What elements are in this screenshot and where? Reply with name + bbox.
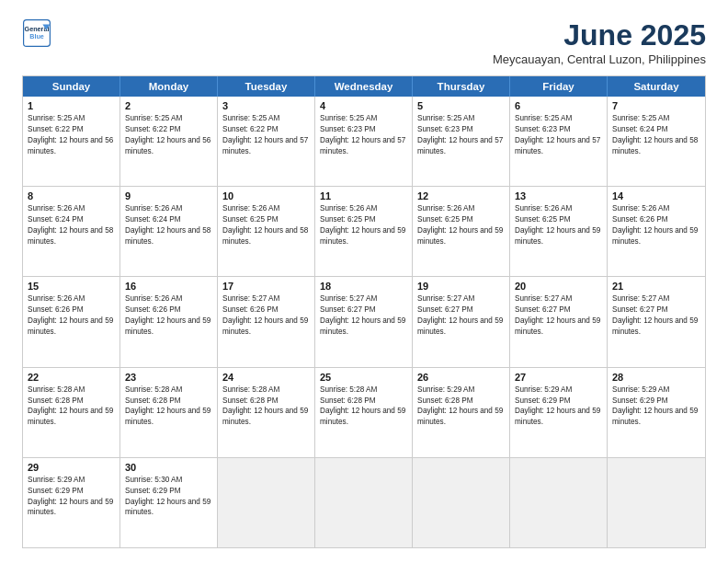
sunset-line: Sunset: 6:23 PM <box>515 124 602 135</box>
header-thursday: Thursday <box>413 76 510 97</box>
sunset-line: Sunset: 6:22 PM <box>125 124 212 135</box>
sunrise-line: Sunrise: 5:30 AM <box>125 475 212 486</box>
day-number: 25 <box>320 372 407 383</box>
daylight-label: Daylight: 12 hours and 59 minutes. <box>28 497 115 519</box>
daylight-label: Daylight: 12 hours and 59 minutes. <box>28 406 115 428</box>
header-monday: Monday <box>120 76 218 97</box>
daylight-label: Daylight: 12 hours and 59 minutes. <box>417 225 505 247</box>
day-number: 3 <box>222 100 310 111</box>
calendar-cell-1-5: 5 Sunrise: 5:25 AM Sunset: 6:23 PM Dayli… <box>413 97 510 186</box>
daylight-label: Daylight: 12 hours and 59 minutes. <box>222 316 310 338</box>
header-friday: Friday <box>510 76 608 97</box>
sunset-line: Sunset: 6:26 PM <box>28 304 115 316</box>
sunset-line: Sunset: 6:25 PM <box>417 214 505 225</box>
daylight-label: Daylight: 12 hours and 58 minutes. <box>28 225 115 247</box>
sunset-line: Sunset: 6:28 PM <box>417 396 505 407</box>
sunrise-line: Sunrise: 5:26 AM <box>28 203 115 214</box>
day-number: 21 <box>612 281 700 292</box>
calendar-cell-2-4: 11 Sunrise: 5:26 AM Sunset: 6:25 PM Dayl… <box>315 187 413 276</box>
sunrise-line: Sunrise: 5:29 AM <box>612 385 700 396</box>
daylight-label: Daylight: 12 hours and 56 minutes. <box>125 135 212 157</box>
calendar-cell-2-5: 12 Sunrise: 5:26 AM Sunset: 6:25 PM Dayl… <box>413 187 510 276</box>
day-number: 11 <box>320 190 407 201</box>
daylight-label: Daylight: 12 hours and 59 minutes. <box>417 316 505 338</box>
sunset-line: Sunset: 6:28 PM <box>125 396 212 407</box>
day-number: 20 <box>515 281 602 292</box>
header-wednesday: Wednesday <box>315 76 413 97</box>
daylight-label: Daylight: 12 hours and 56 minutes. <box>28 135 115 157</box>
day-number: 5 <box>417 100 505 111</box>
calendar-cell-2-7: 14 Sunrise: 5:26 AM Sunset: 6:26 PM Dayl… <box>608 187 705 276</box>
daylight-label: Daylight: 12 hours and 59 minutes. <box>612 225 700 247</box>
calendar-cell-4-5: 26 Sunrise: 5:29 AM Sunset: 6:28 PM Dayl… <box>413 368 510 457</box>
sunset-line: Sunset: 6:23 PM <box>417 124 505 135</box>
daylight-label: Daylight: 12 hours and 58 minutes. <box>612 135 700 157</box>
calendar-row-2: 8 Sunrise: 5:26 AM Sunset: 6:24 PM Dayli… <box>23 186 705 276</box>
daylight-label: Daylight: 12 hours and 59 minutes. <box>125 316 212 338</box>
day-number: 1 <box>28 100 115 111</box>
sunrise-line: Sunrise: 5:27 AM <box>320 293 407 304</box>
day-number: 16 <box>125 281 212 292</box>
sunrise-line: Sunrise: 5:26 AM <box>222 203 310 214</box>
sunset-line: Sunset: 6:22 PM <box>222 124 310 135</box>
sunrise-line: Sunrise: 5:26 AM <box>417 203 505 214</box>
sunrise-line: Sunrise: 5:25 AM <box>28 113 115 124</box>
sunset-line: Sunset: 6:24 PM <box>612 124 700 135</box>
calendar-row-3: 15 Sunrise: 5:26 AM Sunset: 6:26 PM Dayl… <box>23 276 705 366</box>
sunrise-line: Sunrise: 5:29 AM <box>417 385 505 396</box>
day-number: 13 <box>515 190 602 201</box>
calendar-cell-4-4: 25 Sunrise: 5:28 AM Sunset: 6:28 PM Dayl… <box>315 368 413 457</box>
calendar-cell-3-2: 16 Sunrise: 5:26 AM Sunset: 6:26 PM Dayl… <box>120 277 218 366</box>
calendar-cell-1-7: 7 Sunrise: 5:25 AM Sunset: 6:24 PM Dayli… <box>608 97 705 186</box>
calendar-row-1: 1 Sunrise: 5:25 AM Sunset: 6:22 PM Dayli… <box>23 97 705 186</box>
logo: General Blue <box>22 18 51 48</box>
calendar-cell-2-6: 13 Sunrise: 5:26 AM Sunset: 6:25 PM Dayl… <box>510 187 608 276</box>
sunset-line: Sunset: 6:27 PM <box>417 304 505 316</box>
day-number: 8 <box>28 190 115 201</box>
day-number: 14 <box>612 190 700 201</box>
sunrise-line: Sunrise: 5:27 AM <box>612 293 700 304</box>
sunrise-line: Sunrise: 5:27 AM <box>515 293 602 304</box>
daylight-label: Daylight: 12 hours and 59 minutes. <box>417 406 505 428</box>
daylight-label: Daylight: 12 hours and 59 minutes. <box>28 316 115 338</box>
daylight-label: Daylight: 12 hours and 59 minutes. <box>612 316 700 338</box>
sunrise-line: Sunrise: 5:25 AM <box>222 113 310 124</box>
calendar-row-5: 29 Sunrise: 5:29 AM Sunset: 6:29 PM Dayl… <box>23 457 705 547</box>
day-number: 6 <box>515 100 602 111</box>
calendar-cell-1-6: 6 Sunrise: 5:25 AM Sunset: 6:23 PM Dayli… <box>510 97 608 186</box>
daylight-label: Daylight: 12 hours and 59 minutes. <box>320 225 407 247</box>
calendar-cell-5-3 <box>218 458 315 547</box>
sunrise-line: Sunrise: 5:26 AM <box>125 203 212 214</box>
day-number: 19 <box>417 281 505 292</box>
sunrise-line: Sunrise: 5:25 AM <box>417 113 505 124</box>
calendar-body: 1 Sunrise: 5:25 AM Sunset: 6:22 PM Dayli… <box>23 97 705 547</box>
sunrise-line: Sunrise: 5:28 AM <box>222 385 310 396</box>
day-number: 29 <box>28 462 115 473</box>
svg-text:Blue: Blue <box>29 32 44 40</box>
calendar-cell-1-3: 3 Sunrise: 5:25 AM Sunset: 6:22 PM Dayli… <box>218 97 315 186</box>
day-number: 12 <box>417 190 505 201</box>
sunrise-line: Sunrise: 5:25 AM <box>612 113 700 124</box>
calendar-cell-5-7 <box>608 458 705 547</box>
location: Meycauayan, Central Luzon, Philippines <box>493 52 706 66</box>
calendar-cell-4-6: 27 Sunrise: 5:29 AM Sunset: 6:29 PM Dayl… <box>510 368 608 457</box>
calendar-cell-5-6 <box>510 458 608 547</box>
sunset-line: Sunset: 6:29 PM <box>515 396 602 407</box>
sunset-line: Sunset: 6:26 PM <box>612 214 700 225</box>
day-number: 10 <box>222 190 310 201</box>
header-sunday: Sunday <box>23 76 120 97</box>
sunrise-line: Sunrise: 5:27 AM <box>417 293 505 304</box>
header-saturday: Saturday <box>608 76 705 97</box>
calendar-cell-2-2: 9 Sunrise: 5:26 AM Sunset: 6:24 PM Dayli… <box>120 187 218 276</box>
sunset-line: Sunset: 6:24 PM <box>125 214 212 225</box>
calendar-cell-3-4: 18 Sunrise: 5:27 AM Sunset: 6:27 PM Dayl… <box>315 277 413 366</box>
sunset-line: Sunset: 6:29 PM <box>28 486 115 497</box>
page-header: General Blue June 2025 Meycauayan, Centr… <box>22 18 706 66</box>
day-number: 9 <box>125 190 212 201</box>
daylight-label: Daylight: 12 hours and 59 minutes. <box>320 406 407 428</box>
sunset-line: Sunset: 6:26 PM <box>125 304 212 316</box>
daylight-label: Daylight: 12 hours and 59 minutes. <box>515 316 602 338</box>
day-number: 24 <box>222 372 310 383</box>
daylight-label: Daylight: 12 hours and 57 minutes. <box>222 135 310 157</box>
daylight-label: Daylight: 12 hours and 57 minutes. <box>320 135 407 157</box>
